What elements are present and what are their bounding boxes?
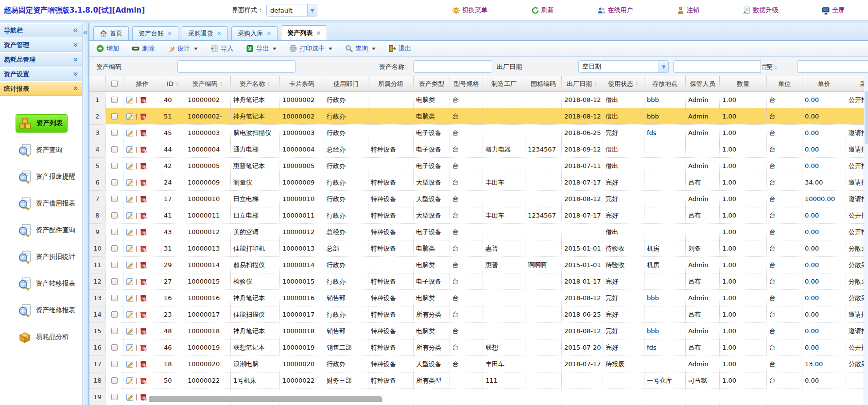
edit-row-icon[interactable] [126, 228, 134, 236]
row-checkbox[interactable] [111, 229, 118, 235]
sidebar-section-report[interactable]: 统计报表 [0, 82, 82, 96]
row-checkbox[interactable] [111, 146, 118, 152]
toolbar-import-button[interactable]: 导入 [210, 44, 233, 53]
toolbar-exit-button[interactable]: 退出 [388, 44, 411, 53]
close-tab-icon[interactable]: × [217, 30, 222, 37]
edit-row-icon[interactable] [126, 377, 134, 385]
delete-row-icon[interactable] [139, 327, 147, 335]
toolbar-query-button[interactable]: 查询 [345, 44, 376, 53]
table-row[interactable]: 14 | 2310000017佳能扫描仪10000017行政办特种设备所有分类台… [89, 306, 868, 323]
table-row[interactable]: 12 | 2710000015检验仪10000015行政办特种设备电子设备台20… [89, 273, 868, 290]
date-to-input[interactable] [797, 60, 868, 73]
delete-row-icon[interactable] [139, 377, 147, 385]
delete-row-icon[interactable] [139, 96, 147, 104]
column-header-status[interactable]: 使用状态 [603, 76, 644, 91]
edit-row-icon[interactable] [126, 129, 134, 137]
row-checkbox[interactable] [111, 295, 118, 301]
delete-row-icon[interactable] [139, 245, 147, 253]
column-header-keeper[interactable]: 保管人员 [686, 76, 720, 91]
sidebar-item-repair-report[interactable]: 资产维修报表 [0, 297, 82, 323]
edit-row-icon[interactable] [126, 261, 134, 269]
table-row[interactable]: 8 | 4110000011日立电梯10000011行政办特种设备大型设备台丰田… [89, 207, 868, 224]
edit-row-icon[interactable] [126, 360, 134, 368]
row-checkbox[interactable] [111, 278, 118, 285]
column-header-date[interactable]: 出厂日期 [562, 76, 603, 91]
edit-row-icon[interactable] [126, 294, 134, 302]
edit-row-icon[interactable] [126, 162, 134, 170]
toolbar-export-button[interactable]: 导出 [246, 44, 277, 53]
row-checkbox[interactable] [111, 163, 118, 169]
column-header-code[interactable]: 资产编码 [185, 76, 231, 91]
sidebar-item-borrow-report[interactable]: 资产借用报表 [0, 190, 82, 217]
column-header-group[interactable]: 所属分组 [368, 76, 414, 91]
column-header-spec[interactable]: 型号规格 [450, 76, 483, 91]
delete-row-icon[interactable] [139, 179, 147, 186]
table-row[interactable]: 17 | 1810000020浪潮电脑10000020行政办特种设备大型设备台丰… [89, 356, 868, 372]
table-row[interactable]: 16 | 4610000019联想笔记本10000019销售二部特种设备所有分类… [89, 339, 868, 356]
column-header-price[interactable]: 单价 [802, 76, 846, 91]
table-row[interactable]: 15 | 4810000018神舟笔记本10000018销售部特种设备电脑类台2… [89, 323, 868, 339]
menu-online-users[interactable]: 在线用户 [597, 6, 633, 15]
sidebar-item-depreciation-stat[interactable]: 资产折旧统计 [0, 243, 82, 270]
column-header-factory[interactable]: 制造工厂 [483, 76, 525, 91]
edit-row-icon[interactable] [126, 96, 134, 104]
vertical-scrollbar[interactable] [864, 76, 868, 405]
delete-row-icon[interactable] [139, 195, 147, 203]
panel-splitter[interactable] [83, 23, 88, 405]
date-mode-select[interactable]: 空日期 ▼ [578, 60, 669, 73]
row-checkbox[interactable] [111, 311, 118, 318]
delete-row-icon[interactable] [139, 261, 147, 269]
table-row[interactable]: 1 | 4010000002神舟笔记本10000002行政办电脑类台2018-0… [89, 92, 868, 108]
edit-row-icon[interactable] [126, 245, 134, 253]
column-header-type[interactable]: 资产类型 [414, 76, 450, 91]
delete-row-icon[interactable] [139, 278, 147, 286]
sidebar-item-asset-list[interactable]: 资产列表 [0, 110, 82, 136]
sidebar-item-consumable-analysis[interactable]: 易耗品分析 [0, 323, 82, 350]
delete-row-icon[interactable] [139, 129, 147, 137]
row-checkbox[interactable] [111, 113, 118, 119]
menu-refresh[interactable]: 刷新 [531, 6, 554, 15]
sidebar-item-parts-query[interactable]: 资产配件查询 [0, 217, 82, 243]
menu-fullscreen[interactable]: 全屏 [822, 6, 845, 15]
table-row[interactable]: 9 | 4310000012美的空调10000012总经办特种设备电子设备台借出… [89, 224, 868, 240]
column-header-gb[interactable]: 国标编码 [525, 76, 562, 91]
column-header-card[interactable]: 卡片条码 [280, 76, 324, 91]
sidebar-section-consumable-mgmt[interactable]: 易耗品管理 [0, 52, 82, 67]
close-tab-icon[interactable]: × [316, 30, 321, 36]
menu-data-upgrade[interactable]: 数据升级 [743, 6, 778, 15]
date-from-input[interactable] [674, 61, 760, 72]
row-checkbox[interactable] [111, 262, 118, 268]
table-row[interactable]: 10 | 3110000013佳能打印机10000013总部特种设备电脑类台惠普… [89, 240, 868, 257]
select-all-checkbox[interactable] [111, 81, 118, 87]
collapse-left-icon[interactable] [83, 30, 88, 35]
delete-row-icon[interactable] [139, 228, 147, 236]
sidebar-item-transfer-report[interactable]: 资产转移报表 [0, 270, 82, 297]
row-checkbox[interactable] [111, 97, 118, 103]
tab-home[interactable]: 首页 [93, 26, 129, 40]
row-checkbox[interactable] [111, 130, 118, 136]
column-header-qty[interactable]: 数量 [720, 76, 767, 91]
column-header-id[interactable]: ID [161, 76, 185, 91]
tab-asset-list[interactable]: 资产列表 × [281, 25, 327, 40]
table-row[interactable]: 7 | 1710000010日立电梯10000010行政办特种设备大型设备台20… [89, 191, 868, 207]
style-select[interactable]: default ▼ [266, 4, 317, 17]
asset-code-input[interactable] [177, 60, 295, 73]
toolbar-print-selected-button[interactable]: 打印选中 [289, 44, 332, 53]
edit-row-icon[interactable] [126, 146, 134, 153]
row-checkbox[interactable] [111, 245, 118, 252]
column-header-name[interactable]: 资产名称 [231, 76, 280, 91]
table-row[interactable]: 18 | 50100000221号机床10000022财务三部特种设备所有类型1… [89, 372, 868, 389]
vscroll-thumb[interactable] [865, 91, 868, 144]
horizontal-scrollbar[interactable] [89, 396, 863, 403]
edit-row-icon[interactable] [126, 278, 134, 286]
sidebar-section-asset-mgmt[interactable]: 资产管理 [0, 38, 82, 52]
hscroll-thumb[interactable] [149, 396, 382, 402]
edit-row-icon[interactable] [126, 113, 134, 120]
menu-switch-menu[interactable]: 切换菜单 [452, 6, 487, 15]
column-header-unit[interactable]: 单位 [767, 76, 802, 91]
delete-row-icon[interactable] [139, 311, 147, 319]
edit-row-icon[interactable] [126, 327, 134, 335]
delete-row-icon[interactable] [139, 113, 147, 120]
sidebar-section-nav[interactable]: 导航栏 [0, 23, 82, 37]
table-row[interactable]: 13 | 1610000016神舟笔记本10000016销售部特种设备电脑类台2… [89, 290, 868, 306]
